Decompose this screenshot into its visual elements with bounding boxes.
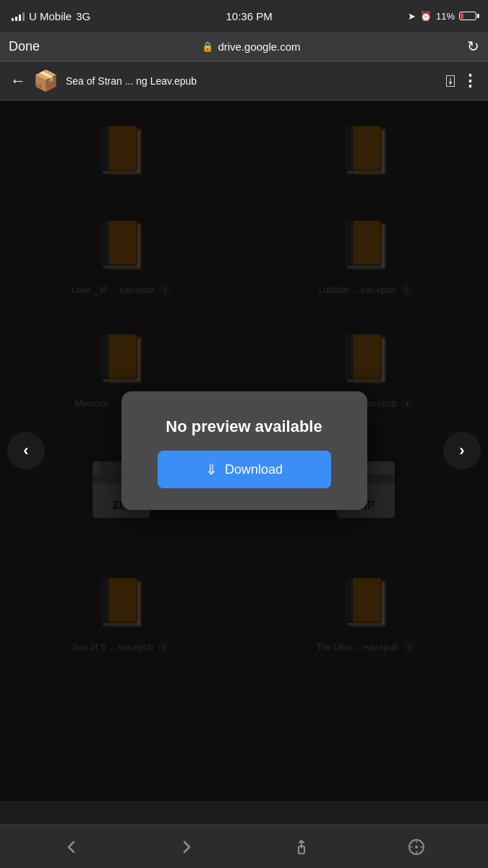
compass-button[interactable]	[401, 831, 432, 863]
download-button-label: Download	[225, 462, 283, 477]
done-button[interactable]: Done	[9, 39, 45, 54]
network-label: 3G	[76, 10, 90, 22]
lock-icon: 🔒	[202, 41, 213, 52]
more-menu-button[interactable]: ⋮	[462, 72, 478, 90]
file-type-icon: 📦	[33, 69, 59, 93]
forward-nav-button[interactable]	[171, 831, 202, 863]
back-button[interactable]: ←	[10, 72, 26, 90]
signal-bars	[12, 11, 25, 21]
download-icon[interactable]: ⍗	[446, 72, 455, 89]
browser-url: 🔒 drive.google.com	[202, 41, 300, 53]
main-content: 📙 📙 📙 Love _ M ... eav.epub i 📙 Lullabie…	[0, 101, 488, 801]
carousel-next-button[interactable]: ›	[443, 432, 481, 469]
drive-toolbar: ← 📦 Sea of Stran ... ng Leav.epub ⍗ ⋮	[0, 61, 488, 101]
battery-percent: 11%	[436, 11, 455, 22]
carousel-prev-button[interactable]: ‹	[7, 432, 45, 469]
filename-label: Sea of Stran ... ng Leav.epub	[66, 75, 439, 87]
svg-point-2	[415, 846, 418, 848]
preview-dialog: No preview available ⇓ Download	[121, 391, 367, 510]
carrier-label: U Mobile	[29, 10, 72, 22]
download-button[interactable]: ⇓ Download	[158, 451, 331, 488]
reload-button[interactable]: ↻	[458, 38, 479, 55]
download-icon: ⇓	[205, 461, 218, 478]
status-left: U Mobile 3G	[12, 10, 90, 22]
modal-overlay: ‹ No preview available ⇓ Download ›	[0, 101, 488, 801]
bottom-bar	[0, 825, 488, 868]
browser-chrome: Done 🔒 drive.google.com ↻	[0, 32, 488, 61]
time-label: 10:36 PM	[226, 10, 272, 22]
status-right: ➤ ⏰ 11%	[408, 11, 476, 22]
status-bar: U Mobile 3G 10:36 PM ➤ ⏰ 11%	[0, 0, 488, 32]
alarm-icon: ⏰	[420, 11, 432, 22]
no-preview-title: No preview available	[166, 417, 322, 436]
back-nav-button[interactable]	[56, 831, 87, 863]
location-icon: ➤	[408, 11, 416, 22]
share-button[interactable]	[286, 831, 317, 863]
battery-icon	[459, 12, 476, 20]
url-label[interactable]: drive.google.com	[218, 41, 300, 53]
